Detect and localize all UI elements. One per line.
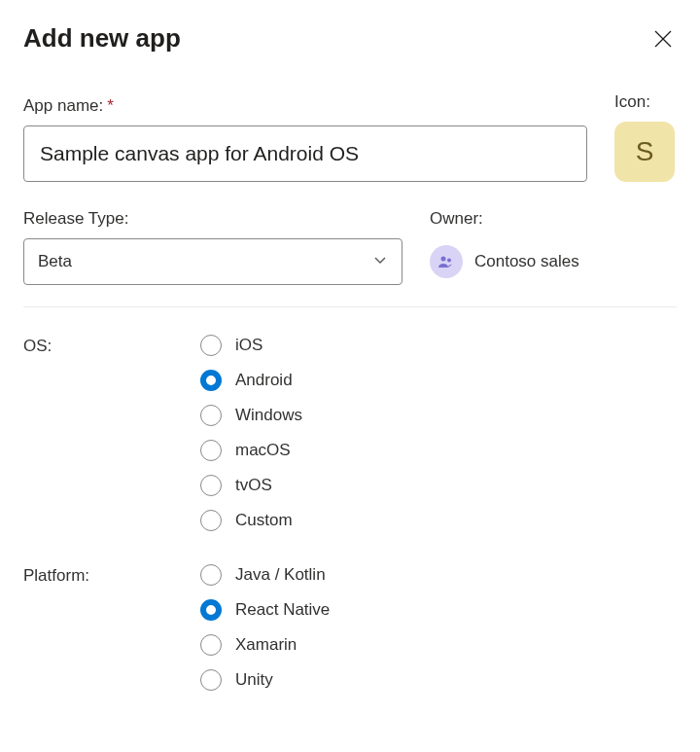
os-radio-group: iOSAndroidWindowsmacOStvOSCustom [200, 335, 302, 531]
platform-option-java-kotlin[interactable]: Java / Kotlin [200, 564, 330, 586]
platform-option-unity[interactable]: Unity [200, 669, 330, 691]
release-type-value: Beta [38, 252, 72, 271]
field-app-name: App name:* [23, 96, 587, 182]
svg-point-2 [441, 257, 446, 262]
section-divider [23, 306, 677, 307]
required-indicator: * [107, 96, 114, 115]
close-button[interactable] [649, 25, 677, 53]
field-release-type: Release Type: Beta [23, 209, 402, 285]
radio-label: Xamarin [235, 635, 297, 655]
field-icon: Icon: S [614, 92, 677, 182]
os-section: OS: iOSAndroidWindowsmacOStvOSCustom [23, 335, 677, 531]
os-option-android[interactable]: Android [200, 370, 302, 391]
owner-display: Contoso sales [430, 238, 677, 285]
close-icon [652, 28, 674, 50]
radio-indicator [200, 405, 222, 426]
platform-option-react-native[interactable]: React Native [200, 599, 330, 621]
chevron-down-icon [372, 252, 388, 272]
release-type-select[interactable]: Beta [23, 238, 402, 285]
owner-name: Contoso sales [474, 252, 579, 271]
radio-indicator [200, 335, 222, 356]
owner-avatar [430, 245, 463, 278]
platform-radio-group: Java / KotlinReact NativeXamarinUnity [200, 564, 330, 691]
platform-option-xamarin[interactable]: Xamarin [200, 634, 330, 656]
radio-indicator [200, 475, 222, 496]
os-label: OS: [23, 335, 200, 531]
app-icon-letter: S [636, 136, 654, 167]
radio-label: Windows [235, 406, 302, 425]
os-option-windows[interactable]: Windows [200, 405, 302, 426]
radio-indicator [200, 510, 222, 531]
dialog-header: Add new app [23, 23, 677, 54]
radio-label: iOS [235, 336, 262, 355]
people-icon [437, 252, 456, 271]
os-option-tvos[interactable]: tvOS [200, 475, 302, 496]
platform-section: Platform: Java / KotlinReact NativeXamar… [23, 564, 677, 691]
radio-indicator [200, 440, 222, 461]
radio-label: macOS [235, 441, 291, 460]
radio-label: React Native [235, 600, 330, 620]
release-type-label: Release Type: [23, 209, 402, 229]
field-owner: Owner: Contoso sales [430, 209, 677, 285]
app-name-input[interactable] [23, 125, 587, 182]
radio-indicator [200, 370, 222, 391]
radio-indicator [200, 669, 222, 691]
radio-label: Android [235, 371, 293, 390]
radio-label: Java / Kotlin [235, 565, 326, 585]
os-option-ios[interactable]: iOS [200, 335, 302, 356]
os-option-macos[interactable]: macOS [200, 440, 302, 461]
radio-label: Unity [235, 670, 273, 690]
os-option-custom[interactable]: Custom [200, 510, 302, 531]
dialog-title: Add new app [23, 23, 181, 54]
radio-label: tvOS [235, 476, 272, 495]
radio-label: Custom [235, 511, 293, 530]
radio-indicator [200, 634, 222, 656]
radio-indicator [200, 564, 222, 586]
app-name-label: App name:* [23, 96, 587, 116]
owner-label: Owner: [430, 209, 677, 229]
platform-label: Platform: [23, 564, 200, 691]
svg-point-3 [447, 259, 451, 263]
radio-indicator [200, 599, 222, 621]
icon-label: Icon: [614, 92, 677, 112]
app-icon-tile[interactable]: S [614, 122, 675, 182]
